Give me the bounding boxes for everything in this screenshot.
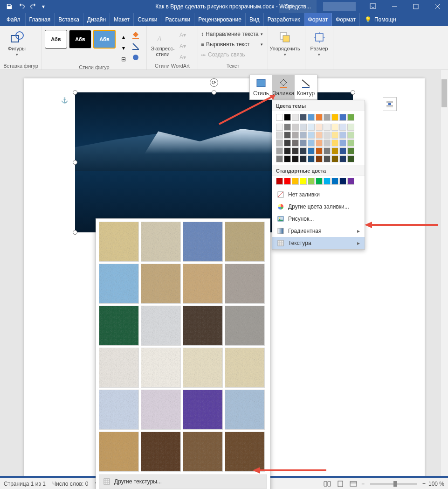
create-link-button[interactable]: ⬰Создать связь	[201, 49, 263, 60]
gradient-fill-item[interactable]: Градиентная▸	[272, 225, 365, 237]
color-swatch[interactable]	[347, 178, 354, 185]
tab-home[interactable]: Главная	[26, 13, 55, 26]
tab-view[interactable]: Вид	[246, 13, 264, 26]
align-text-button[interactable]: ≡Выровнять текст▾	[201, 39, 263, 49]
shape-outline-button[interactable]	[131, 41, 141, 51]
more-textures-item[interactable]: Другие текстуры...	[99, 475, 267, 489]
color-swatch[interactable]	[331, 178, 338, 185]
texture-swatch[interactable]	[183, 348, 223, 388]
texture-swatch[interactable]	[141, 306, 181, 346]
texture-swatch[interactable]	[141, 432, 181, 472]
color-swatch[interactable]	[316, 147, 323, 154]
resize-handle-bl[interactable]	[73, 230, 77, 235]
tell-me-search[interactable]: 💡 Помощн	[360, 13, 401, 26]
resize-handle-ml[interactable]	[73, 160, 77, 165]
color-swatch[interactable]	[284, 155, 291, 162]
user-badge[interactable]	[323, 2, 356, 11]
texture-swatch[interactable]	[225, 348, 265, 388]
word-count[interactable]: Число слов: 0	[52, 481, 88, 487]
shape-style-2[interactable]: Абв	[69, 30, 91, 49]
color-swatch[interactable]	[339, 132, 346, 139]
color-swatch[interactable]	[292, 124, 299, 131]
color-swatch[interactable]	[324, 114, 331, 121]
texture-swatch[interactable]	[225, 222, 265, 262]
color-swatch[interactable]	[339, 155, 346, 162]
read-mode-button[interactable]	[322, 479, 332, 489]
color-swatch[interactable]	[316, 155, 323, 162]
tab-design[interactable]: Дизайн	[83, 13, 110, 26]
text-effects-button[interactable]: A▾	[178, 52, 188, 63]
tab-mailings[interactable]: Рассылки	[161, 13, 194, 26]
color-swatch[interactable]	[347, 147, 354, 154]
texture-swatch[interactable]	[183, 306, 223, 346]
zoom-slider-knob[interactable]	[393, 481, 397, 487]
color-swatch[interactable]	[347, 140, 354, 147]
color-swatch[interactable]	[308, 124, 315, 131]
color-swatch[interactable]	[284, 132, 291, 139]
texture-swatch[interactable]	[141, 348, 181, 388]
shape-style-gallery[interactable]: Абв Абв Абв ▴ ▾ ⊟	[45, 27, 129, 64]
color-swatch[interactable]	[308, 114, 315, 121]
size-button[interactable]: Размер▾	[308, 27, 330, 60]
save-button[interactable]	[4, 1, 15, 12]
color-swatch[interactable]	[292, 155, 299, 162]
tab-file[interactable]: Файл	[2, 13, 26, 26]
zoom-level[interactable]: 100 %	[428, 481, 444, 487]
texture-swatch[interactable]	[99, 432, 139, 472]
color-swatch[interactable]	[324, 155, 331, 162]
text-outline-button[interactable]: A▾	[178, 41, 188, 51]
color-swatch[interactable]	[284, 147, 291, 154]
more-colors-item[interactable]: Другие цвета заливки...	[272, 201, 365, 213]
texture-swatch[interactable]	[183, 264, 223, 304]
color-swatch[interactable]	[276, 132, 283, 139]
color-swatch[interactable]	[316, 124, 323, 131]
qat-customize-icon[interactable]: ▾	[40, 1, 47, 12]
layout-options-button[interactable]	[383, 97, 397, 111]
zoom-in-button[interactable]: +	[422, 481, 426, 487]
texture-swatch[interactable]	[99, 390, 139, 430]
color-swatch[interactable]	[347, 132, 354, 139]
color-swatch[interactable]	[331, 114, 338, 121]
texture-swatch[interactable]	[141, 264, 181, 304]
tab-layout[interactable]: Макет	[110, 13, 134, 26]
shapes-gallery-button[interactable]: Фигуры ▾	[3, 27, 31, 60]
no-fill-item[interactable]: Нет заливки	[272, 189, 365, 201]
texture-fill-item[interactable]: Текстура▸	[272, 237, 365, 249]
color-swatch[interactable]	[347, 155, 354, 162]
color-swatch[interactable]	[276, 140, 283, 147]
texture-swatch[interactable]	[99, 306, 139, 346]
color-swatch[interactable]	[276, 178, 283, 185]
texture-swatch[interactable]	[183, 390, 223, 430]
color-swatch[interactable]	[331, 140, 338, 147]
color-swatch[interactable]	[324, 124, 331, 131]
texture-swatch[interactable]	[141, 222, 181, 262]
tab-references[interactable]: Ссылки	[134, 13, 161, 26]
color-swatch[interactable]	[292, 147, 299, 154]
color-swatch[interactable]	[324, 140, 331, 147]
shape-style-3[interactable]: Абв	[93, 30, 116, 49]
color-swatch[interactable]	[292, 114, 299, 121]
redo-button[interactable]	[28, 1, 39, 12]
gallery-down-icon[interactable]: ▾	[118, 43, 129, 53]
web-layout-button[interactable]	[348, 479, 358, 489]
scrollbar-thumb[interactable]	[441, 79, 447, 107]
color-swatch[interactable]	[300, 147, 307, 154]
color-swatch[interactable]	[324, 178, 331, 185]
shape-style-1[interactable]: Абв	[45, 30, 67, 49]
close-button[interactable]	[427, 0, 448, 13]
color-swatch[interactable]	[347, 114, 354, 121]
rotate-handle[interactable]: ⟳	[210, 78, 218, 87]
color-swatch[interactable]	[284, 178, 291, 185]
color-swatch[interactable]	[347, 124, 354, 131]
color-swatch[interactable]	[292, 178, 299, 185]
vertical-scrollbar[interactable]	[440, 70, 448, 476]
color-swatch[interactable]	[339, 114, 346, 121]
shape-effects-button[interactable]	[131, 52, 141, 63]
texture-swatch[interactable]	[99, 222, 139, 262]
color-swatch[interactable]	[339, 140, 346, 147]
ribbon-options-button[interactable]	[362, 0, 384, 13]
mini-outline-button[interactable]: Контур	[295, 75, 317, 99]
text-fill-button[interactable]: A▾	[178, 30, 188, 40]
color-swatch[interactable]	[300, 155, 307, 162]
color-swatch[interactable]	[324, 147, 331, 154]
